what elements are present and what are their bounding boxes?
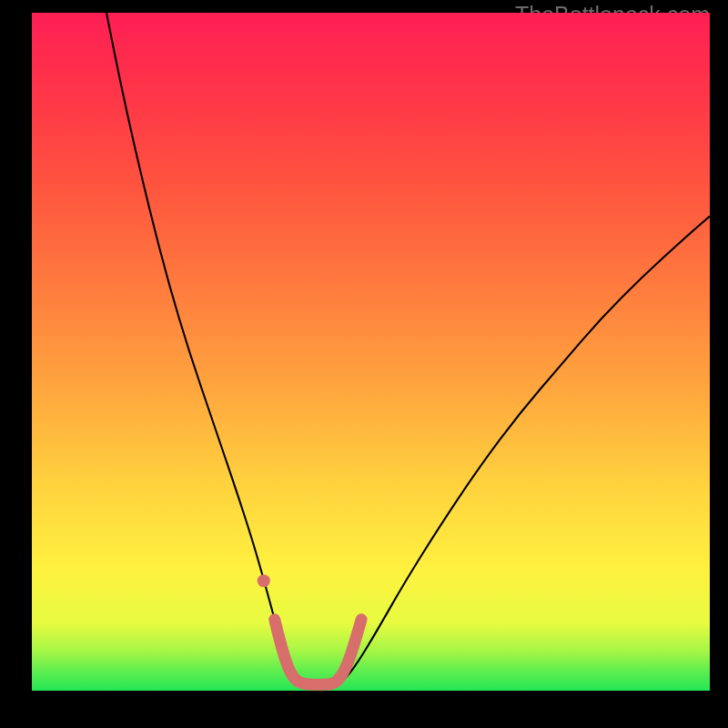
plot-area bbox=[32, 13, 710, 691]
chart-frame: TheBottleneck.com bbox=[0, 0, 728, 728]
heat-background bbox=[32, 13, 710, 691]
marker-group bbox=[258, 574, 270, 587]
highlight-dot bbox=[258, 574, 270, 587]
chart-svg bbox=[32, 13, 710, 691]
